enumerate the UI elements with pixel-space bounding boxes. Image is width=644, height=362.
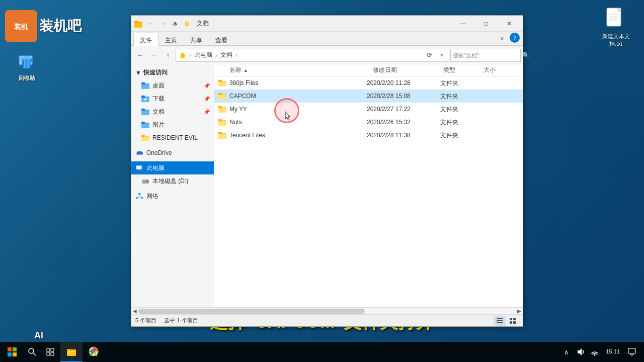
file-row-myyy[interactable]: My YY 2020/2/27 17:22 文件夹 — [214, 103, 523, 116]
nav-up-btn[interactable]: ↑ — [162, 49, 175, 62]
sidebar-item-this-pc[interactable]: 此电脑 — [131, 161, 214, 174]
file-date-nuts: 2020/2/26 15:32 — [367, 119, 437, 126]
main-area: ▼ 快速访问 桌面 📌 — [131, 64, 523, 307]
address-bar[interactable]: › 此电脑 › 文档 › ⟳ ▼ — [176, 49, 449, 62]
notification-btn[interactable] — [624, 342, 640, 362]
close-button[interactable]: ✕ — [498, 16, 521, 32]
ribbon-expand-btn[interactable]: ∨ — [497, 33, 508, 44]
title-back-btn[interactable]: ← — [145, 18, 156, 29]
taskview-btn[interactable] — [40, 342, 60, 362]
taskbar-app-chrome[interactable] — [83, 342, 105, 362]
quick-access-header[interactable]: ▼ 快速访问 — [131, 66, 214, 79]
address-refresh-btn[interactable]: ⟳ — [423, 49, 436, 62]
ribbon-tab-share[interactable]: 共享 — [184, 33, 209, 45]
sidebar-item-network[interactable]: 网络 — [131, 190, 214, 203]
svg-rect-62 — [218, 121, 226, 126]
file-name-tencent: Tencent Files — [229, 132, 364, 139]
svg-rect-75 — [8, 347, 12, 351]
file-row-capcom[interactable]: CAPCOM 2020/2/28 15:08 文件夹 — [214, 89, 523, 103]
hscroll-thumb[interactable] — [138, 309, 365, 314]
ribbon-tab-home[interactable]: 主页 — [158, 33, 184, 45]
col-header-size[interactable]: 大小 — [484, 66, 519, 74]
onedrive-section: OneDrive — [131, 146, 214, 159]
col-header-type[interactable]: 类型 — [443, 66, 484, 74]
file-row-tencent[interactable]: Tencent Files 2020/2/28 11:38 文件夹 — [214, 129, 523, 142]
ribbon-tab-view[interactable]: 查看 — [209, 33, 234, 45]
taskbar-app-explorer[interactable] — [60, 342, 83, 362]
view-details-btn[interactable] — [494, 316, 506, 326]
ribbon-help-btn[interactable]: ? — [510, 33, 520, 43]
sidebar-item-onedrive[interactable]: OneDrive — [131, 146, 214, 159]
search-input[interactable] — [453, 52, 522, 58]
sidebar-downloads-label: 下载 — [152, 95, 165, 103]
view-tiles-btn[interactable] — [507, 316, 519, 326]
title-up-btn[interactable] — [170, 18, 181, 29]
tray-network-icon[interactable] — [588, 342, 602, 362]
address-crumb-documents[interactable]: 文档 — [220, 51, 232, 59]
title-dropdown-btn[interactable] — [182, 18, 193, 29]
sidebar-desktop-label: 桌面 — [152, 81, 165, 90]
sidebar-item-downloads[interactable]: 下载 📌 — [131, 92, 214, 105]
sidebar-item-resident-evil[interactable]: RESIDENT EVIL — [131, 131, 214, 144]
svg-rect-59 — [218, 108, 226, 113]
svg-rect-23 — [188, 24, 189, 26]
sidebar-pin-documents: 📌 — [204, 109, 210, 115]
hscroll-left[interactable]: ◀ — [131, 308, 138, 315]
svg-rect-41 — [138, 170, 140, 171]
new-text-file-label-2: 档.txt — [609, 40, 622, 48]
column-header: 名称 ▲ 修改日期 类型 大小 — [214, 64, 523, 76]
sidebar-item-documents[interactable]: 文档 📌 — [131, 105, 214, 118]
title-bar-nav: ← → — [145, 18, 193, 29]
ribbon-tab-file[interactable]: 文件 — [133, 33, 158, 46]
svg-rect-74 — [513, 321, 516, 324]
logo-icon: 装机 — [5, 10, 37, 42]
taskbar-apps — [60, 342, 308, 362]
sidebar-item-local-disk[interactable]: 本地磁盘 (D:) — [131, 174, 214, 188]
svg-rect-73 — [510, 321, 512, 324]
svg-rect-57 — [218, 93, 222, 95]
quick-access-arrow: ▼ — [135, 69, 141, 76]
folder-icon-360js — [218, 79, 226, 87]
file-type-360js: 文件夹 — [440, 79, 480, 87]
horizontal-scrollbar[interactable]: ◀ ▶ — [131, 307, 523, 314]
desktop-icon-new-text-file[interactable]: 新建文本文 档.txt — [598, 5, 634, 50]
search-bar[interactable]: 🔍 — [450, 49, 521, 62]
nav-back-btn[interactable]: ← — [133, 49, 146, 62]
minimize-button[interactable]: — — [451, 16, 474, 32]
sidebar: ▼ 快速访问 桌面 📌 — [131, 64, 214, 307]
tray-clock[interactable]: 15:11 — [602, 348, 624, 355]
taskbar-tray: ∧ 15:11 — [555, 342, 644, 362]
sort-arrow: ▲ — [244, 68, 248, 73]
taskbar-search-btn[interactable] — [24, 342, 40, 362]
sidebar-item-desktop[interactable]: 桌面 📌 — [131, 79, 214, 92]
nav-forward-btn[interactable]: → — [147, 49, 160, 62]
start-button[interactable] — [0, 342, 24, 362]
col-header-date[interactable]: 修改日期 — [373, 66, 443, 74]
hscroll-right[interactable]: ▶ — [516, 308, 523, 315]
tray-expand-btn[interactable]: ∧ — [559, 342, 574, 362]
svg-rect-66 — [218, 132, 222, 134]
address-crumb-this-pc[interactable]: 此电脑 — [194, 51, 212, 59]
tray-speaker-icon[interactable] — [574, 342, 588, 362]
address-dropdown-btn[interactable]: ▼ — [438, 49, 446, 62]
sidebar-item-pictures[interactable]: 图片 — [131, 118, 214, 131]
status-total: 5 个项目 — [135, 317, 156, 323]
sidebar-documents-label: 文档 — [152, 108, 165, 116]
recycle-icon — [17, 52, 37, 72]
folder-icon-myyy — [218, 105, 226, 113]
svg-rect-20 — [185, 22, 187, 24]
svg-rect-46 — [138, 193, 140, 195]
file-row-360js[interactable]: 360js Files 2020/2/20 11:28 文件夹 — [214, 76, 523, 89]
desktop-icon-recycle-bin[interactable]: 回收站 — [9, 50, 44, 84]
file-area: 名称 ▲ 修改日期 类型 大小 — [214, 64, 523, 307]
maximize-button[interactable]: □ — [474, 16, 498, 32]
svg-rect-54 — [218, 80, 222, 82]
col-header-name[interactable]: 名称 ▲ — [229, 66, 373, 74]
title-forward-btn[interactable]: → — [157, 18, 169, 29]
svg-rect-21 — [185, 24, 187, 26]
search-icon[interactable]: 🔍 — [522, 50, 530, 60]
file-row-nuts[interactable]: Nuts 2020/2/26 15:32 文件夹 — [214, 116, 523, 129]
svg-rect-48 — [141, 197, 143, 199]
svg-rect-22 — [188, 22, 189, 24]
svg-rect-72 — [513, 318, 516, 320]
